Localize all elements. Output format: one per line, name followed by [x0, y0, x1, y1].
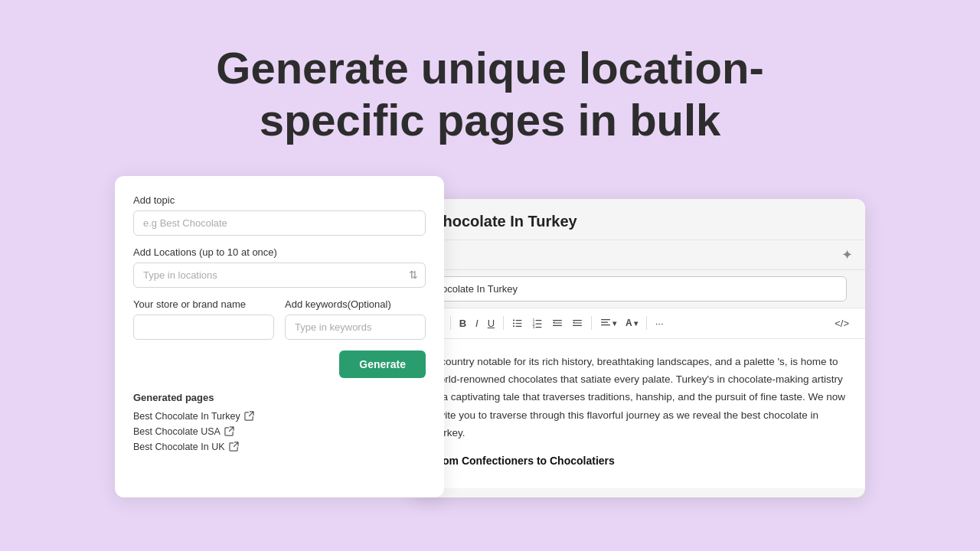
- brand-input[interactable]: [133, 315, 274, 340]
- svg-rect-16: [573, 320, 582, 321]
- svg-rect-18: [573, 325, 582, 326]
- indent-decrease-button[interactable]: [548, 315, 567, 331]
- topic-input[interactable]: [133, 210, 426, 236]
- ui-container: Add topic Add Locations (up to 10 at onc…: [115, 176, 865, 497]
- keywords-label: Add keywords(Optional): [285, 298, 426, 310]
- svg-rect-0: [513, 320, 514, 321]
- editor-content: a country notable for its rich history, …: [413, 339, 865, 488]
- editor-section-heading: From Confectioners to Chocolatiers: [432, 452, 847, 471]
- editor-body-text: a country notable for its rich history, …: [432, 353, 847, 442]
- ordered-list-button[interactable]: 1.2.3.: [528, 315, 547, 331]
- form-panel: Add topic Add Locations (up to 10 at onc…: [115, 176, 444, 497]
- ordered-list-icon: 1.2.3.: [532, 318, 543, 328]
- svg-rect-20: [601, 319, 610, 320]
- brand-keywords-row: Your store or brand name Add keywords(Op…: [133, 298, 426, 340]
- brand-label: Your store or brand name: [133, 298, 274, 310]
- svg-marker-19: [573, 321, 575, 324]
- indent-increase-button[interactable]: [568, 315, 586, 331]
- svg-rect-14: [553, 325, 562, 326]
- svg-rect-11: [536, 327, 542, 328]
- generate-button[interactable]: Generate: [339, 350, 426, 378]
- svg-text:3.: 3.: [533, 324, 536, 328]
- svg-rect-21: [601, 322, 608, 323]
- text-color-button[interactable]: A ▾: [622, 315, 642, 331]
- color-label: A: [626, 318, 632, 328]
- location-select-wrapper: Type in locations ⇅: [133, 262, 426, 288]
- chevron-down-icon: ▾: [634, 319, 638, 328]
- location-group: Add Locations (up to 10 at once) Type in…: [133, 246, 426, 288]
- external-link-icon: [244, 411, 254, 421]
- page-link-text[interactable]: Best Chocolate In UK: [133, 442, 225, 452]
- list-item: Best Chocolate In Turkey: [133, 411, 426, 422]
- svg-rect-9: [536, 324, 542, 324]
- editor-title: Chocolate In Turkey: [432, 213, 847, 230]
- magic-icon[interactable]: ✦: [841, 246, 853, 263]
- editor-panel: Chocolate In Turkey ✦ A ▾ B I U 1.2.3.: [413, 199, 865, 497]
- bullet-list-icon: [512, 318, 523, 328]
- page-link-text[interactable]: Best Chocolate USA: [133, 426, 220, 437]
- underline-button[interactable]: U: [484, 315, 498, 332]
- list-item: Best Chocolate USA: [133, 426, 426, 437]
- svg-rect-17: [575, 323, 582, 324]
- align-icon: [600, 318, 611, 328]
- external-link-icon: [224, 426, 234, 436]
- indent-decrease-icon: [552, 318, 563, 328]
- align-button[interactable]: ▾: [596, 315, 620, 331]
- brand-group: Your store or brand name: [133, 298, 274, 340]
- bold-button[interactable]: B: [456, 315, 470, 332]
- toolbar-separator: [450, 316, 451, 330]
- editor-subtitle-row: ✦: [413, 240, 865, 270]
- more-button[interactable]: ···: [652, 315, 668, 332]
- editor-title-bar: Chocolate In Turkey: [413, 199, 865, 240]
- toolbar-separator: [646, 316, 647, 330]
- page-title: Generate unique location-specific pages …: [165, 42, 815, 147]
- toolbar-separator: [503, 316, 504, 330]
- list-item: Best Chocolate In UK: [133, 442, 426, 452]
- toolbar-separator: [591, 316, 592, 330]
- location-select[interactable]: Type in locations: [133, 262, 426, 288]
- svg-rect-7: [536, 320, 542, 321]
- svg-rect-12: [553, 320, 562, 321]
- page-link-text[interactable]: Best Chocolate In Turkey: [133, 411, 240, 422]
- bullet-list-button[interactable]: [508, 315, 527, 331]
- svg-rect-13: [555, 323, 562, 324]
- keywords-input[interactable]: [285, 315, 426, 340]
- generate-row: Generate: [133, 350, 426, 378]
- svg-rect-3: [516, 323, 522, 324]
- keywords-group: Add keywords(Optional): [285, 298, 426, 340]
- editor-toolbar: A ▾ B I U 1.2.3. ▾: [413, 308, 865, 339]
- topic-group: Add topic: [133, 194, 426, 236]
- italic-button[interactable]: I: [472, 315, 482, 332]
- svg-rect-4: [513, 326, 514, 328]
- editor-meta-input[interactable]: [432, 276, 847, 302]
- svg-rect-22: [601, 324, 610, 325]
- indent-increase-icon: [572, 318, 583, 328]
- chevron-down-icon: ▾: [612, 319, 616, 328]
- external-link-icon: [229, 442, 239, 452]
- generated-pages-title: Generated pages: [133, 392, 426, 403]
- svg-marker-15: [553, 321, 555, 324]
- svg-rect-1: [516, 320, 522, 321]
- location-label: Add Locations (up to 10 at once): [133, 246, 426, 258]
- svg-rect-5: [516, 326, 522, 327]
- svg-rect-2: [513, 323, 514, 324]
- code-button[interactable]: </>: [831, 315, 853, 332]
- topic-label: Add topic: [133, 194, 426, 206]
